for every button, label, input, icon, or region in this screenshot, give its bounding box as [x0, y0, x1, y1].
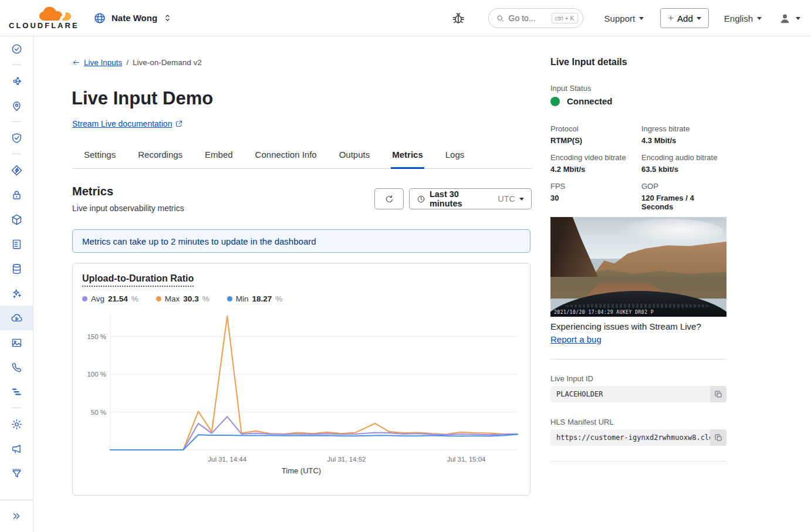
sidebar-item-traffic[interactable] [0, 69, 33, 93]
info-banner-text: Metrics can take up to 2 minutes to upda… [82, 236, 316, 246]
tab-settings[interactable]: Settings [83, 146, 117, 169]
sidebar-item-database[interactable] [0, 256, 33, 281]
sidebar-item-phone[interactable] [0, 355, 33, 379]
legend-dot [156, 296, 161, 301]
preview-dash-vents [566, 304, 711, 308]
copy-button[interactable] [710, 386, 726, 402]
sidebar-divider [0, 150, 33, 158]
shield-icon [11, 132, 23, 144]
sidebar-collapse-button[interactable] [0, 500, 33, 532]
time-range-value: Last 30 minutes [430, 189, 494, 208]
info-banner: Metrics can take up to 2 minutes to upda… [72, 229, 530, 253]
sidebar-item-lock[interactable] [0, 182, 33, 207]
gear-icon [11, 418, 23, 431]
chart-x-axis-label: Time (UTC) [82, 466, 521, 475]
time-range-dropdown[interactable]: Last 30 minutes UTC [409, 188, 532, 209]
hls-manifest-url-label: HLS Manifest URL [550, 418, 614, 426]
database-icon [11, 263, 23, 275]
sidebar-divider [0, 61, 33, 69]
megaphone-icon [11, 443, 23, 455]
tab-embed[interactable]: Embed [204, 146, 234, 169]
detail-encoding-video-bitrate: Encoding video bitrate4.2 Mbit/s [550, 153, 641, 174]
legend-item-max[interactable]: Max30.3% [156, 294, 209, 303]
chevron-down-icon [757, 17, 762, 20]
copy-button[interactable] [710, 429, 726, 446]
support-menu[interactable]: Support [604, 13, 644, 23]
bug-icon[interactable] [451, 11, 466, 26]
account-switcher[interactable]: Nate Wong [93, 12, 173, 25]
tab-connection-info[interactable]: Connection Info [254, 146, 318, 169]
sidebar-item-history[interactable] [0, 36, 33, 61]
live-input-id-value: PLACEHOLDER [550, 386, 726, 402]
tab-recordings[interactable]: Recordings [137, 146, 184, 169]
section-heading: Metrics [72, 185, 113, 198]
sidebar-item-server[interactable] [0, 232, 33, 256]
images-icon [11, 337, 23, 349]
cloudflare-logo[interactable]: CLOUDFLARE [9, 6, 75, 30]
sidebar-item-gear[interactable] [0, 412, 33, 436]
language-menu[interactable]: English [724, 13, 762, 23]
status-dot [550, 97, 560, 106]
search-shortcut-badge: ctrl + K [552, 13, 578, 23]
legend-unit: % [131, 294, 138, 303]
sidebar-item-package[interactable] [0, 207, 33, 232]
refresh-button[interactable] [374, 188, 404, 209]
sidebar-item-ai[interactable] [0, 281, 33, 306]
documentation-link[interactable]: Stream Live documentation [72, 119, 183, 128]
series-max [110, 316, 518, 450]
sidebar-divider [0, 118, 33, 126]
copy-icon [714, 390, 723, 399]
tab-bar: SettingsRecordingsEmbedConnection InfoOu… [72, 146, 532, 169]
report-bug-link[interactable]: Report a bug [550, 334, 602, 344]
traffic-icon [11, 75, 23, 87]
sidebar-item-shield[interactable] [0, 126, 33, 150]
breadcrumb-back-link[interactable]: Live Inputs [72, 58, 122, 67]
sidebar-item-images[interactable] [0, 330, 33, 355]
detail-value: 63.5 kbit/s [641, 165, 726, 174]
tab-outputs[interactable]: Outputs [338, 146, 371, 169]
refresh-icon [384, 194, 394, 204]
cloudflare-dashboard: CLOUDFLARE Nate Wong Go [0, 0, 811, 532]
tab-metrics[interactable]: Metrics [391, 146, 424, 169]
status-value: Connected [567, 96, 613, 106]
sidebar-item-location[interactable] [0, 93, 33, 118]
breadcrumb-separator: / [126, 58, 129, 67]
legend-item-min[interactable]: Min18.27% [227, 294, 283, 303]
svg-text:50 %: 50 % [91, 409, 106, 416]
input-status-label: Input Status [550, 84, 591, 93]
account-name: Nate Wong [111, 13, 157, 23]
input-status: Connected [550, 96, 613, 106]
detail-label: FPS [550, 182, 641, 191]
sidebar [0, 36, 33, 532]
expand-icon [11, 510, 22, 522]
svg-text:150 %: 150 % [87, 333, 106, 340]
external-link-icon [175, 120, 183, 128]
add-button[interactable]: + Add [660, 8, 709, 28]
detail-value: RTMP(S) [550, 136, 641, 145]
sidebar-item-layers[interactable] [0, 158, 33, 182]
tab-logs[interactable]: Logs [444, 146, 466, 169]
user-menu[interactable] [778, 12, 800, 25]
divider [550, 359, 726, 360]
hls-manifest-url-value: https://customer-igynxd2rwhmuoxw8.cloudf [550, 429, 726, 446]
svg-text:Jul 31, 14:44: Jul 31, 14:44 [208, 456, 246, 463]
back-arrow-icon [72, 58, 80, 67]
details-grid: ProtocolRTMP(S)Ingress bitrate4.3 Mbit/s… [550, 124, 726, 211]
live-video-preview[interactable]: 2021/10/20 17:04:29 AUKEY DR02 P [550, 217, 726, 317]
breadcrumb-current: Live-on-Demand v2 [133, 58, 202, 67]
top-header: CLOUDFLARE Nate Wong Go [0, 0, 811, 36]
issues-question: Experiencing issues with Stream Live? [550, 321, 701, 331]
sidebar-item-analytics[interactable] [0, 379, 33, 404]
cloudflare-cloud-icon [38, 6, 72, 22]
sidebar-item-stream[interactable] [0, 306, 33, 330]
sidebar-item-funnel[interactable] [0, 461, 33, 486]
legend-item-avg[interactable]: Avg21.54% [82, 294, 138, 303]
sidebar-item-megaphone[interactable] [0, 436, 33, 461]
detail-gop: GOP120 Frames / 4 Seconds [641, 182, 726, 211]
details-heading: Live Input details [550, 57, 627, 67]
detail-value: 4.2 Mbit/s [550, 165, 641, 174]
detail-value: 120 Frames / 4 Seconds [641, 194, 726, 211]
legend-dot [227, 296, 232, 301]
chevron-down-icon [639, 17, 644, 20]
global-search-input[interactable]: Go to... ctrl + K [488, 8, 583, 28]
